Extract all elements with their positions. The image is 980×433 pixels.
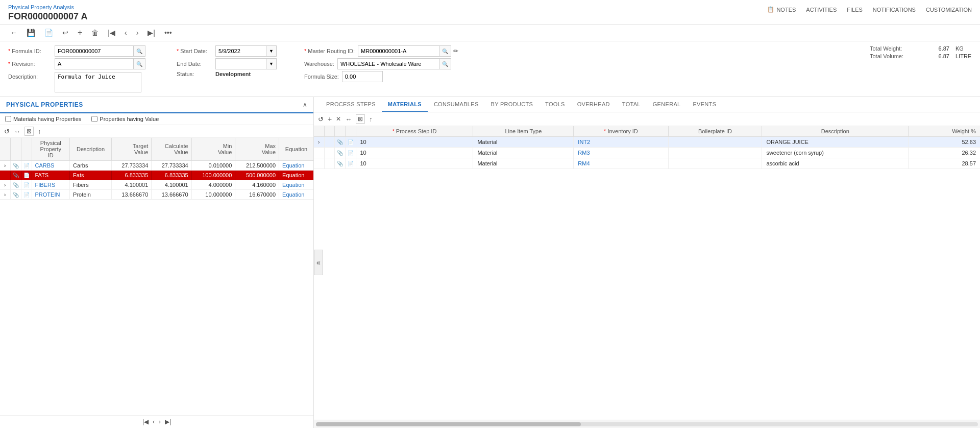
panel-collapse-btn[interactable]: « <box>314 250 323 275</box>
master-routing-search-btn[interactable]: 🔍 <box>439 45 451 57</box>
equation-cell[interactable]: Equation <box>279 180 313 190</box>
table-row[interactable]: 📎 📄 10 Material RM3 sweetener (corn syru… <box>314 148 980 158</box>
formula-id-search-btn[interactable]: 🔍 <box>134 45 145 57</box>
master-routing-edit-btn[interactable]: ✏ <box>453 47 458 55</box>
first-button[interactable]: |◀ <box>106 28 117 38</box>
last-button[interactable]: ▶| <box>145 28 157 38</box>
tab-overhead[interactable]: OVERHEAD <box>571 97 616 112</box>
col-target: TargetValue <box>112 138 152 161</box>
right-fit-btn[interactable]: ↔ <box>345 115 352 123</box>
expand-cell[interactable]: › <box>0 180 10 190</box>
warehouse-input[interactable] <box>337 58 439 69</box>
materials-having-properties-checkbox[interactable]: Materials having Properties <box>5 116 81 122</box>
left-upload-btn[interactable]: ↑ <box>38 128 41 135</box>
expand-cell[interactable]: › <box>0 190 10 200</box>
end-date-input[interactable] <box>215 58 266 69</box>
warehouse-search-btn[interactable]: 🔍 <box>439 58 451 69</box>
table-row[interactable]: › 📎 📄 PROTEIN Protein 13.666670 13.66667… <box>0 190 313 200</box>
end-date-dropdown[interactable]: ▼ <box>266 58 277 69</box>
left-fit-btn[interactable]: ↔ <box>14 128 20 135</box>
prev-button[interactable]: ‹ <box>122 28 129 38</box>
revision-input[interactable] <box>55 58 134 69</box>
main-content: PHYSICAL PROPERTIES ∧ Materials having P… <box>0 97 980 428</box>
table-row[interactable]: › 📎 📄 FIBERS Fibers 4.100001 4.100001 4.… <box>0 180 313 190</box>
table-row[interactable]: › 📎 📄 10 Material INT2 ORANGE JUICE 52.6… <box>314 137 980 148</box>
notes-icon: 📋 <box>767 6 774 13</box>
formula-id-input[interactable] <box>55 45 134 57</box>
total-weight-unit: KG <box>955 45 964 52</box>
expand-cell[interactable] <box>0 171 10 180</box>
inventory-id-cell[interactable]: RM3 <box>574 148 668 158</box>
equation-cell[interactable]: Equation <box>279 171 313 180</box>
left-last-page[interactable]: ▶| <box>165 418 171 425</box>
next-button[interactable]: › <box>134 28 141 38</box>
calc-value-cell: 4.100001 <box>152 180 191 190</box>
scrollbar-thumb[interactable] <box>316 422 581 426</box>
table-row[interactable]: › 📎 📄 CARBS Carbs 27.733334 27.733334 0.… <box>0 161 313 171</box>
formula-size-input[interactable] <box>342 71 383 82</box>
right-upload-btn[interactable]: ↑ <box>369 115 373 123</box>
left-refresh-btn[interactable]: ↺ <box>4 128 10 135</box>
prop-id-cell[interactable]: FATS <box>32 171 70 180</box>
nav-notifications[interactable]: NOTIFICATIONS <box>873 7 916 13</box>
start-date-input[interactable] <box>215 45 266 57</box>
nav-files[interactable]: FILES <box>847 7 863 13</box>
undo-button[interactable]: ↩ <box>60 28 70 38</box>
left-grid-container: PhysicalPropertyID Description TargetVal… <box>0 138 313 415</box>
right-delete-btn[interactable]: ✕ <box>336 115 341 123</box>
step-id-cell: 10 <box>356 158 473 169</box>
right-add-btn[interactable]: + <box>328 115 332 123</box>
description-cell: Carbs <box>70 161 112 171</box>
description-cell: Fibers <box>70 180 112 190</box>
delete-button[interactable]: 🗑 <box>89 28 101 38</box>
save-button[interactable]: 💾 <box>24 28 37 38</box>
copy-button[interactable]: 📄 <box>42 28 55 38</box>
left-prev-page[interactable]: ‹ <box>153 418 155 425</box>
tab-total[interactable]: TOTAL <box>616 97 647 112</box>
nav-customization[interactable]: CUSTOMIZATION <box>926 7 972 13</box>
inventory-id-cell[interactable]: INT2 <box>574 137 668 148</box>
tab-process-steps[interactable]: PROCESS STEPS <box>320 97 382 112</box>
table-row[interactable]: 📎 📄 FATS Fats 6.833335 6.833335 100.0000… <box>0 171 313 180</box>
tab-materials[interactable]: MATERIALS <box>382 97 428 112</box>
more-button[interactable]: ••• <box>162 28 174 38</box>
inventory-id-cell[interactable]: RM4 <box>574 158 668 169</box>
scrollbar-track[interactable] <box>316 422 978 426</box>
total-volume-row: Total Volume: 6.87 LITRE <box>870 53 972 59</box>
right-export-btn[interactable]: ⊠ <box>356 114 365 124</box>
right-scrollbar[interactable] <box>314 420 980 428</box>
left-export-btn[interactable]: ⊠ <box>24 127 34 136</box>
doc-cell: 📄 <box>21 171 32 180</box>
nav-notes[interactable]: 📋 NOTES <box>767 6 796 13</box>
revision-search-btn[interactable]: 🔍 <box>134 58 145 69</box>
back-button[interactable]: ← <box>8 28 19 38</box>
tab-general[interactable]: GENERAL <box>647 97 687 112</box>
right-col-boilerplate: Boilerplate ID <box>668 126 762 137</box>
start-date-dropdown[interactable]: ▼ <box>266 45 277 57</box>
properties-having-value-checkbox[interactable]: Properties having Value <box>91 116 159 122</box>
prop-id-cell[interactable]: FIBERS <box>32 180 70 190</box>
formula-id-input-wrap: 🔍 <box>55 45 145 57</box>
prop-id-cell[interactable]: PROTEIN <box>32 190 70 200</box>
tab-events[interactable]: EVENTS <box>687 97 722 112</box>
collapse-left-btn[interactable]: ∧ <box>303 101 307 108</box>
add-button[interactable]: + <box>76 27 84 38</box>
prop-id-cell[interactable]: CARBS <box>32 161 70 171</box>
table-row[interactable]: 📎 📄 10 Material RM4 ascorbic acid 28.57 <box>314 158 980 169</box>
equation-cell[interactable]: Equation <box>279 190 313 200</box>
breadcrumb[interactable]: Physical Property Analysis <box>8 4 87 10</box>
master-routing-row: * Master Routing ID: 🔍 ✏ <box>304 45 860 57</box>
equation-cell[interactable]: Equation <box>279 161 313 171</box>
left-first-page[interactable]: |◀ <box>142 418 149 425</box>
master-routing-input[interactable] <box>358 45 439 57</box>
max-value-cell: 4.160000 <box>235 180 279 190</box>
expand-cell[interactable]: › <box>0 161 10 171</box>
right-refresh-btn[interactable]: ↺ <box>318 115 324 123</box>
tab-tools[interactable]: TOOLS <box>539 97 571 112</box>
tab-consumables[interactable]: CONSUMABLES <box>428 97 485 112</box>
left-next-page[interactable]: › <box>159 418 161 425</box>
tab-by-products[interactable]: BY PRODUCTS <box>485 97 540 112</box>
nav-activities[interactable]: ACTIVITIES <box>806 7 837 13</box>
status-label: Status: <box>177 71 212 77</box>
description-input[interactable]: Formula for Juice <box>55 72 141 92</box>
